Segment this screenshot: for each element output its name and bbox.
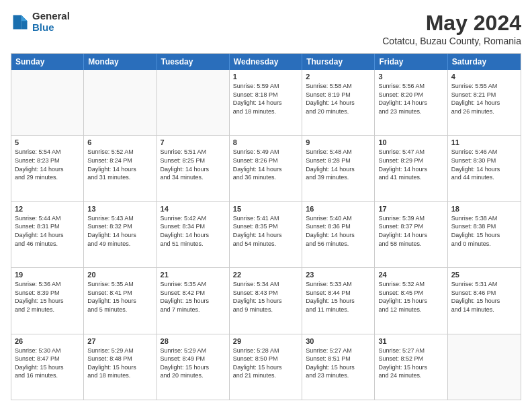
day-info-18: Sunrise: 5:38 AM Sunset: 8:38 PM Dayligh… [451, 214, 517, 248]
day-number-3: 3 [378, 73, 443, 81]
header-friday: Friday [375, 54, 447, 70]
day-number-21: 21 [161, 271, 226, 279]
header-sunday: Sunday [11, 54, 84, 70]
day-number-5: 5 [15, 138, 80, 146]
day-info-4: Sunrise: 5:55 AM Sunset: 8:21 PM Dayligh… [451, 82, 517, 116]
day-number-19: 19 [15, 271, 80, 279]
day-info-12: Sunrise: 5:44 AM Sunset: 8:31 PM Dayligh… [15, 214, 80, 248]
day-info-27: Sunrise: 5:29 AM Sunset: 8:48 PM Dayligh… [87, 347, 152, 380]
logo-blue-text: Blue [32, 22, 70, 34]
day-info-20: Sunrise: 5:35 AM Sunset: 8:41 PM Dayligh… [87, 280, 152, 314]
day-info-6: Sunrise: 5:52 AM Sunset: 8:24 PM Dayligh… [87, 148, 152, 181]
day-number-12: 12 [15, 205, 80, 213]
empty-cell-0-0 [11, 70, 84, 135]
day-info-8: Sunrise: 5:49 AM Sunset: 8:26 PM Dayligh… [233, 148, 298, 181]
header: General Blue May 2024 Cotatcu, Buzau Cou… [11, 11, 521, 46]
day-number-8: 8 [233, 138, 298, 146]
day-number-7: 7 [161, 138, 226, 146]
day-number-1: 1 [233, 73, 298, 81]
day-cell-9: 9Sunrise: 5:48 AM Sunset: 8:28 PM Daylig… [302, 136, 375, 201]
day-cell-24: 24Sunrise: 5:32 AM Sunset: 8:45 PM Dayli… [375, 268, 447, 333]
header-tuesday: Tuesday [157, 54, 230, 70]
day-number-23: 23 [306, 271, 371, 279]
day-info-16: Sunrise: 5:40 AM Sunset: 8:36 PM Dayligh… [306, 214, 371, 248]
day-cell-10: 10Sunrise: 5:47 AM Sunset: 8:29 PM Dayli… [375, 136, 447, 201]
day-info-14: Sunrise: 5:42 AM Sunset: 8:34 PM Dayligh… [161, 214, 226, 248]
day-number-24: 24 [378, 271, 443, 279]
day-number-9: 9 [306, 138, 371, 146]
empty-cell-4-6 [448, 334, 521, 400]
day-cell-2: 2Sunrise: 5:58 AM Sunset: 8:19 PM Daylig… [302, 70, 375, 135]
day-number-25: 25 [451, 271, 517, 279]
day-cell-6: 6Sunrise: 5:52 AM Sunset: 8:24 PM Daylig… [84, 136, 157, 201]
day-info-11: Sunrise: 5:46 AM Sunset: 8:30 PM Dayligh… [451, 148, 517, 181]
day-cell-27: 27Sunrise: 5:29 AM Sunset: 8:48 PM Dayli… [84, 334, 157, 400]
main-title: May 2024 [382, 11, 521, 36]
day-info-21: Sunrise: 5:35 AM Sunset: 8:42 PM Dayligh… [161, 280, 226, 314]
day-cell-7: 7Sunrise: 5:51 AM Sunset: 8:25 PM Daylig… [157, 136, 230, 201]
day-number-10: 10 [378, 138, 443, 146]
day-cell-5: 5Sunrise: 5:54 AM Sunset: 8:23 PM Daylig… [11, 136, 84, 201]
day-cell-11: 11Sunrise: 5:46 AM Sunset: 8:30 PM Dayli… [448, 136, 521, 201]
header-wednesday: Wednesday [230, 54, 302, 70]
day-info-30: Sunrise: 5:27 AM Sunset: 8:51 PM Dayligh… [306, 347, 371, 380]
day-info-9: Sunrise: 5:48 AM Sunset: 8:28 PM Dayligh… [306, 148, 371, 181]
day-cell-18: 18Sunrise: 5:38 AM Sunset: 8:38 PM Dayli… [448, 202, 521, 267]
day-cell-16: 16Sunrise: 5:40 AM Sunset: 8:36 PM Dayli… [302, 202, 375, 267]
day-number-11: 11 [451, 138, 517, 146]
calendar-row-4: 19Sunrise: 5:36 AM Sunset: 8:39 PM Dayli… [11, 267, 521, 333]
day-number-16: 16 [306, 205, 371, 213]
calendar-header: Sunday Monday Tuesday Wednesday Thursday… [11, 54, 521, 70]
calendar: Sunday Monday Tuesday Wednesday Thursday… [11, 53, 521, 400]
calendar-row-2: 5Sunrise: 5:54 AM Sunset: 8:23 PM Daylig… [11, 135, 521, 201]
day-info-26: Sunrise: 5:30 AM Sunset: 8:47 PM Dayligh… [15, 347, 80, 380]
logo-general-text: General [32, 11, 70, 22]
day-cell-29: 29Sunrise: 5:28 AM Sunset: 8:50 PM Dayli… [230, 334, 302, 400]
day-number-6: 6 [87, 138, 152, 146]
day-info-15: Sunrise: 5:41 AM Sunset: 8:35 PM Dayligh… [233, 214, 298, 248]
day-number-13: 13 [87, 205, 152, 213]
day-number-20: 20 [87, 271, 152, 279]
day-info-3: Sunrise: 5:56 AM Sunset: 8:20 PM Dayligh… [378, 82, 443, 116]
logo-icon [11, 13, 30, 32]
day-number-30: 30 [306, 337, 371, 345]
calendar-row-1: 1Sunrise: 5:59 AM Sunset: 8:18 PM Daylig… [11, 70, 521, 135]
day-cell-3: 3Sunrise: 5:56 AM Sunset: 8:20 PM Daylig… [375, 70, 447, 135]
empty-cell-0-2 [157, 70, 230, 135]
day-cell-13: 13Sunrise: 5:43 AM Sunset: 8:32 PM Dayli… [84, 202, 157, 267]
day-info-24: Sunrise: 5:32 AM Sunset: 8:45 PM Dayligh… [378, 280, 443, 314]
day-info-19: Sunrise: 5:36 AM Sunset: 8:39 PM Dayligh… [15, 280, 80, 314]
day-cell-21: 21Sunrise: 5:35 AM Sunset: 8:42 PM Dayli… [157, 268, 230, 333]
header-saturday: Saturday [448, 54, 521, 70]
day-info-13: Sunrise: 5:43 AM Sunset: 8:32 PM Dayligh… [87, 214, 152, 248]
day-info-25: Sunrise: 5:31 AM Sunset: 8:46 PM Dayligh… [451, 280, 517, 314]
day-number-27: 27 [87, 337, 152, 345]
day-info-7: Sunrise: 5:51 AM Sunset: 8:25 PM Dayligh… [161, 148, 226, 181]
day-info-17: Sunrise: 5:39 AM Sunset: 8:37 PM Dayligh… [378, 214, 443, 248]
day-info-10: Sunrise: 5:47 AM Sunset: 8:29 PM Dayligh… [378, 148, 443, 181]
day-cell-20: 20Sunrise: 5:35 AM Sunset: 8:41 PM Dayli… [84, 268, 157, 333]
day-cell-12: 12Sunrise: 5:44 AM Sunset: 8:31 PM Dayli… [11, 202, 84, 267]
day-cell-22: 22Sunrise: 5:34 AM Sunset: 8:43 PM Dayli… [230, 268, 302, 333]
day-number-4: 4 [451, 73, 517, 81]
header-monday: Monday [84, 54, 157, 70]
day-cell-31: 31Sunrise: 5:27 AM Sunset: 8:52 PM Dayli… [375, 334, 447, 400]
day-number-15: 15 [233, 205, 298, 213]
day-number-17: 17 [378, 205, 443, 213]
subtitle: Cotatcu, Buzau County, Romania [382, 36, 521, 46]
day-number-22: 22 [233, 271, 298, 279]
day-info-28: Sunrise: 5:29 AM Sunset: 8:49 PM Dayligh… [161, 347, 226, 380]
empty-cell-0-1 [84, 70, 157, 135]
day-cell-1: 1Sunrise: 5:59 AM Sunset: 8:18 PM Daylig… [230, 70, 302, 135]
day-info-2: Sunrise: 5:58 AM Sunset: 8:19 PM Dayligh… [306, 82, 371, 116]
day-info-5: Sunrise: 5:54 AM Sunset: 8:23 PM Dayligh… [15, 148, 80, 181]
calendar-body: 1Sunrise: 5:59 AM Sunset: 8:18 PM Daylig… [11, 70, 521, 400]
day-number-18: 18 [451, 205, 517, 213]
day-info-29: Sunrise: 5:28 AM Sunset: 8:50 PM Dayligh… [233, 347, 298, 380]
day-cell-25: 25Sunrise: 5:31 AM Sunset: 8:46 PM Dayli… [448, 268, 521, 333]
day-number-26: 26 [15, 337, 80, 345]
day-cell-23: 23Sunrise: 5:33 AM Sunset: 8:44 PM Dayli… [302, 268, 375, 333]
day-cell-4: 4Sunrise: 5:55 AM Sunset: 8:21 PM Daylig… [448, 70, 521, 135]
day-cell-17: 17Sunrise: 5:39 AM Sunset: 8:37 PM Dayli… [375, 202, 447, 267]
day-number-31: 31 [378, 337, 443, 345]
